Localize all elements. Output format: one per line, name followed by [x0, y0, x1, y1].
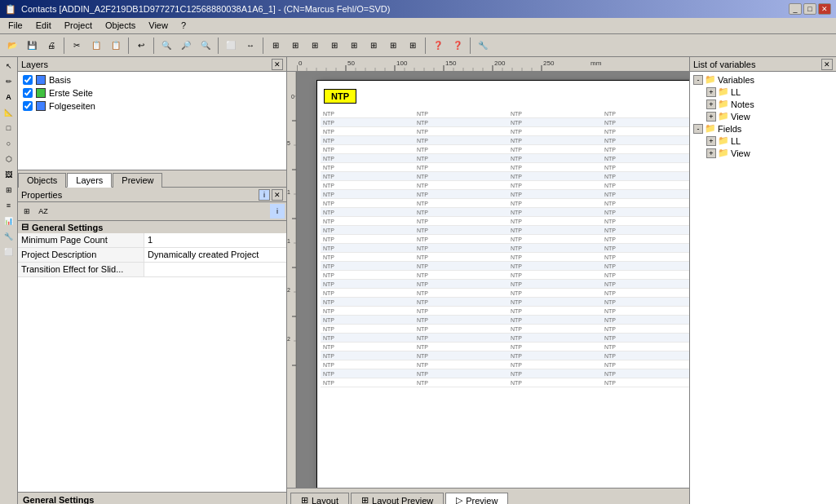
tb-undo[interactable]: ↩ [132, 37, 150, 55]
properties-info-button[interactable]: i [259, 189, 270, 201]
title-bar: 📋 Contacts [ADDIN_A2F219DB1D977271C12568… [0, 0, 836, 18]
data-row-6: NTP NTP NTP NTP [321, 163, 689, 172]
page-canvas[interactable]: NTP NTP NTP NTP NTP NTP NTP [316, 80, 689, 488]
tb-copy[interactable]: 📋 [87, 37, 105, 55]
tool-list[interactable]: ≡ [2, 198, 16, 213]
tb-help2[interactable]: ❓ [449, 37, 467, 55]
tb-paste[interactable]: 📋 [107, 37, 125, 55]
preview-icon: ▷ [456, 495, 462, 504]
maximize-button[interactable]: □ [803, 3, 816, 15]
tree-expand-variables[interactable]: - [693, 75, 703, 85]
tool-table[interactable]: ⊞ [2, 183, 16, 197]
tree-node-ll[interactable]: + 📁 LL [692, 86, 834, 98]
data-row-29: NTP NTP NTP NTP [321, 369, 689, 378]
close-button[interactable]: ✕ [818, 3, 831, 15]
menu-view[interactable]: View [144, 20, 173, 32]
tb-cut[interactable]: ✂ [68, 37, 86, 55]
data-row-8: NTP NTP NTP NTP [321, 181, 689, 190]
tool-chart[interactable]: 📊 [2, 214, 16, 228]
tb-print[interactable]: 🖨 [42, 37, 60, 55]
tab-preview[interactable]: Preview [113, 173, 162, 188]
tree-expand-fields[interactable]: - [693, 124, 703, 134]
menu-project[interactable]: Project [60, 20, 97, 32]
tree-node-fields-view[interactable]: + 📁 View [692, 147, 834, 159]
layer-item-erste-seite[interactable]: Erste Seite [20, 86, 285, 99]
tb-move[interactable]: ↔ [241, 37, 259, 55]
tab-layout[interactable]: ⊞ Layout [290, 493, 349, 504]
data-row-20: NTP NTP NTP NTP [321, 289, 689, 298]
props-group-expand[interactable]: ⊟ [21, 222, 29, 232]
tb-zoom-fit[interactable]: 🔍 [197, 37, 215, 55]
ruler-horizontal: 0 50 100 150 200 250 mm [287, 57, 689, 72]
props-val-transition[interactable] [144, 263, 286, 276]
data-row-23: NTP NTP NTP NTP [321, 316, 689, 325]
tree-node-fields-ll[interactable]: + 📁 LL [692, 135, 834, 147]
props-help[interactable]: i [270, 204, 285, 219]
data-row-22: NTP NTP NTP NTP [321, 307, 689, 316]
menu-help[interactable]: ? [176, 20, 191, 32]
tb-select[interactable]: ⬜ [222, 37, 240, 55]
tab-preview[interactable]: ▷ Preview [445, 493, 508, 504]
tool-ellipse[interactable]: ○ [2, 136, 16, 151]
tb-align8[interactable]: ⊞ [404, 37, 422, 55]
tb-help1[interactable]: ❓ [429, 37, 447, 55]
tool-ruler[interactable]: 📐 [2, 105, 16, 120]
data-cell-0-2: NTP [508, 111, 602, 117]
tree-node-variables-root[interactable]: - 📁 Variables [692, 73, 834, 86]
props-val-min-page[interactable]: 1 [144, 233, 286, 247]
props-row-2: Transition Effect for Slid... [18, 263, 286, 277]
right-panel-close[interactable]: ✕ [821, 59, 833, 70]
layer-item-folgeseiten[interactable]: Folgeseiten [20, 99, 285, 113]
tool-rect[interactable]: □ [2, 121, 16, 135]
tree-expand-ll[interactable]: + [706, 87, 716, 97]
tb-align4[interactable]: ⊞ [325, 37, 343, 55]
tool-pen[interactable]: ✏ [2, 74, 16, 89]
tree-expand-fields-view[interactable]: + [706, 148, 716, 158]
tb-save[interactable]: 💾 [23, 37, 41, 55]
tree-expand-view[interactable]: + [706, 112, 716, 122]
canvas-scroll[interactable]: 0 5 1 1 2 2 [287, 72, 689, 488]
tree-node-fields-root[interactable]: - 📁 Fields [692, 122, 834, 135]
tree-node-notes[interactable]: + 📁 Notes [692, 98, 834, 110]
tool-image[interactable]: 🖼 [2, 167, 16, 182]
layer-item-basis[interactable]: Basis [20, 73, 285, 86]
footer-label: General Settings [23, 495, 94, 504]
tb-align2[interactable]: ⊞ [286, 37, 304, 55]
tb-zoom-in[interactable]: 🔍 [157, 37, 175, 55]
tool-box[interactable]: ⬜ [2, 245, 16, 259]
data-row-13: NTP NTP NTP NTP [321, 226, 689, 235]
tree-node-view[interactable]: + 📁 View [692, 110, 834, 122]
tab-layers[interactable]: Layers [67, 173, 112, 188]
tb-align3[interactable]: ⊞ [306, 37, 324, 55]
tool-text[interactable]: A [2, 90, 16, 104]
props-sort-category[interactable]: AZ [36, 204, 51, 219]
menu-edit[interactable]: Edit [31, 20, 56, 32]
props-val-description[interactable]: Dynamically created Project [144, 248, 286, 262]
tool-select[interactable]: ↖ [2, 59, 16, 73]
tb-align5[interactable]: ⊞ [345, 37, 363, 55]
props-key-min-page: Minimum Page Count [18, 233, 144, 247]
menu-objects[interactable]: Objects [100, 20, 140, 32]
tb-open[interactable]: 📂 [3, 37, 21, 55]
tab-layout-preview[interactable]: ⊞ Layout Preview [351, 493, 444, 504]
props-sort-alpha[interactable]: ⊞ [20, 204, 34, 219]
tb-align7[interactable]: ⊞ [384, 37, 402, 55]
tb-align6[interactable]: ⊞ [365, 37, 383, 55]
data-row-14: NTP NTP NTP NTP [321, 235, 689, 244]
tool-polygon[interactable]: ⬡ [2, 152, 16, 166]
tab-objects[interactable]: Objects [18, 173, 66, 188]
tb-settings[interactable]: 🔧 [474, 37, 492, 55]
menu-file[interactable]: File [3, 20, 28, 32]
layers-close-button[interactable]: ✕ [272, 59, 283, 70]
tree-expand-fields-ll[interactable]: + [706, 136, 716, 146]
tree-expand-notes[interactable]: + [706, 99, 716, 109]
tree-icon-variables: 📁 [705, 74, 716, 85]
layer-checkbox-folgeseiten[interactable] [23, 101, 33, 111]
tool-settings2[interactable]: 🔧 [2, 229, 16, 244]
layer-checkbox-erste-seite[interactable] [23, 88, 33, 98]
properties-close-button[interactable]: ✕ [272, 189, 283, 201]
layer-checkbox-basis[interactable] [23, 75, 33, 85]
tb-zoom-out[interactable]: 🔎 [177, 37, 195, 55]
tb-align1[interactable]: ⊞ [267, 37, 285, 55]
minimize-button[interactable]: _ [789, 3, 802, 15]
